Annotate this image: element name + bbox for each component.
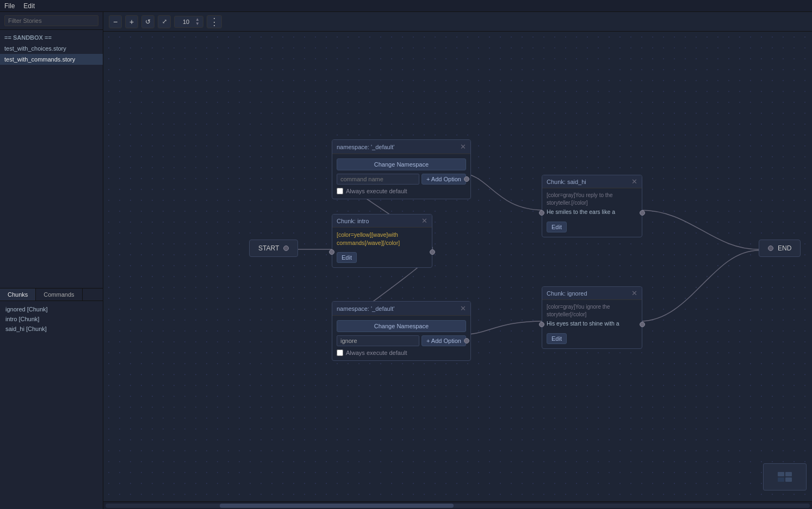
chunk-ignored-body: [color=gray]You ignore the storyteller[/… — [542, 300, 642, 331]
start-node-body[interactable]: START — [249, 240, 298, 257]
minimap-block-3 — [778, 477, 784, 482]
zoom-arrows: ▲▼ — [195, 17, 200, 26]
zoom-in-button[interactable]: + — [125, 15, 138, 28]
sidebar-upper: == SANDBOX == test_with_choices.story te… — [0, 30, 103, 67]
zoom-display: 10 ▲▼ — [174, 16, 203, 28]
namespace-2-body: Change Namespace + Add Option Always exe… — [332, 316, 470, 360]
scroll-thumb[interactable] — [220, 504, 454, 508]
sidebar-chunk-list: ignored [Chunk] intro [Chunk] said_hi [C… — [0, 301, 103, 337]
chunk-ignored-title: Chunk: ignored — [547, 290, 587, 297]
chunk-said-hi-close[interactable]: ✕ — [631, 177, 637, 186]
minimap-inner — [776, 470, 794, 484]
reset-button[interactable]: ↺ — [141, 15, 154, 28]
menu-edit[interactable]: Edit — [23, 2, 35, 10]
chunk-intro-content: [color=yellow][wave]with commands[/wave]… — [332, 228, 432, 267]
chunk-said-hi-node: Chunk: said_hi ✕ [color=gray]You reply t… — [542, 175, 642, 237]
namespace-2-checkbox-row: Always execute default — [337, 349, 466, 356]
menu-file[interactable]: File — [4, 2, 15, 10]
chunk-intro-left-port[interactable] — [329, 249, 334, 255]
chunk-said-hi-left-port[interactable] — [539, 210, 544, 216]
start-node: START — [249, 240, 298, 257]
chunk-ignored-header: Chunk: ignored ✕ — [542, 287, 642, 300]
chunk-ignored-close[interactable]: ✕ — [631, 289, 637, 297]
namespace-2-change-btn[interactable]: Change Namespace — [337, 320, 466, 332]
chunk-said-hi-title: Chunk: said_hi — [547, 179, 586, 185]
zoom-out-button[interactable]: − — [109, 15, 122, 28]
chunk-said-hi-right-port[interactable] — [640, 210, 645, 216]
namespace-1-title: namespace: '_default' — [337, 144, 394, 150]
minimap-block-2 — [785, 472, 792, 476]
minimap-block-1 — [778, 472, 784, 476]
zoom-input[interactable]: 10 — [178, 19, 194, 25]
namespace-2-close[interactable]: ✕ — [460, 304, 466, 312]
sandbox-section: == SANDBOX == — [0, 32, 103, 43]
namespace-2-checkbox-label: Always execute default — [346, 349, 407, 356]
chunk-intro-port-row: [color=yellow][wave]with commands[/wave]… — [332, 228, 432, 250]
main-layout: == SANDBOX == test_with_choices.story te… — [0, 12, 812, 509]
sidebar: == SANDBOX == test_with_choices.story te… — [0, 12, 103, 509]
start-label: START — [258, 244, 279, 252]
filter-input[interactable] — [4, 15, 98, 26]
namespace-2-title: namespace: '_default' — [337, 305, 394, 312]
chunk-intro-text: [color=yellow][wave]with commands[/wave]… — [337, 231, 400, 246]
chunk-ignored-left-port[interactable] — [539, 322, 544, 327]
namespace-1-body: Change Namespace + Add Option Always exe… — [332, 154, 470, 199]
namespace-1-checkbox-label: Always execute default — [346, 188, 407, 194]
chunk-intro-body: [color=yellow][wave]with commands[/wave]… — [332, 228, 432, 250]
namespace-2-right-port[interactable] — [464, 338, 469, 344]
scrollbar — [103, 501, 812, 509]
story-item-commands[interactable]: test_with_commands.story — [0, 54, 103, 65]
namespace-1-checkbox[interactable] — [337, 188, 343, 194]
chunk-ignored-right-port[interactable] — [640, 322, 645, 327]
end-node-body[interactable]: END — [759, 240, 801, 257]
chunk-intro-node: Chunk: intro ✕ [color=yellow][wave]with … — [332, 214, 432, 268]
filter-box — [0, 12, 103, 30]
chunk-ignored-node: Chunk: ignored ✕ [color=gray]You ignore … — [542, 286, 642, 349]
namespace-1-header: namespace: '_default' ✕ — [332, 140, 470, 154]
chunk-intro-right-port[interactable] — [430, 249, 435, 255]
chunk-item-ignored[interactable]: ignored [Chunk] — [0, 304, 103, 314]
chunk-said-hi-gray-text: [color=gray]You reply to the storyteller… — [547, 192, 637, 207]
canvas-area: − + ↺ ⤢ 10 ▲▼ ⋮ — [103, 12, 812, 509]
sidebar-bottom: Chunks Commands ignored [Chunk] intro [C… — [0, 288, 103, 510]
chunk-said-hi-body: [color=gray]You reply to the storyteller… — [542, 188, 642, 219]
canvas[interactable]: START END namespace: '_default' ✕ Change — [103, 32, 812, 501]
namespace-1-add-option[interactable]: + Add Option — [422, 174, 466, 185]
chunk-said-hi-edit-btn[interactable]: Edit — [547, 222, 567, 232]
namespace-1-change-btn[interactable]: Change Namespace — [337, 158, 466, 170]
namespace-2-checkbox[interactable] — [337, 349, 343, 356]
namespace-1-close[interactable]: ✕ — [460, 143, 466, 151]
chunk-said-hi-header: Chunk: said_hi ✕ — [542, 175, 642, 188]
end-input-port[interactable] — [768, 246, 773, 251]
end-label: END — [778, 244, 791, 252]
chunk-intro-title: Chunk: intro — [337, 218, 369, 224]
chunk-said-hi-content: [color=gray]You reply to the storyteller… — [542, 188, 642, 237]
minimap[interactable] — [763, 463, 807, 490]
chunk-ignored-content: [color=gray]You ignore the storyteller[/… — [542, 300, 642, 348]
layout-button[interactable]: ⋮ — [207, 15, 222, 28]
menubar: File Edit — [0, 0, 812, 12]
chunk-ignored-edit-btn[interactable]: Edit — [547, 333, 567, 344]
story-item-choices[interactable]: test_with_choices.story — [0, 43, 103, 54]
start-output-port[interactable] — [283, 246, 289, 251]
namespace-node-2: namespace: '_default' ✕ Change Namespace… — [332, 301, 471, 361]
namespace-2-command-input[interactable] — [337, 335, 419, 346]
chunk-ignored-main-text: His eyes start to shine with a — [547, 320, 637, 328]
chunk-intro-edit-btn[interactable]: Edit — [337, 252, 357, 263]
toolbar: − + ↺ ⤢ 10 ▲▼ ⋮ — [103, 12, 812, 32]
namespace-1-command-input[interactable] — [337, 174, 419, 185]
chunk-intro-close[interactable]: ✕ — [422, 217, 427, 225]
tab-chunks[interactable]: Chunks — [0, 289, 36, 301]
tab-commands[interactable]: Commands — [36, 289, 82, 301]
chunk-said-hi-main-text: He smiles to the ears like a — [547, 208, 637, 216]
namespace-2-header: namespace: '_default' ✕ — [332, 302, 470, 316]
namespace-2-option-row: + Add Option — [337, 335, 466, 346]
namespace-1-checkbox-row: Always execute default — [337, 188, 466, 194]
chunk-item-said-hi[interactable]: said_hi [Chunk] — [0, 324, 103, 334]
namespace-1-right-port[interactable] — [464, 176, 469, 182]
sidebar-tabs: Chunks Commands — [0, 289, 103, 301]
chunk-item-intro[interactable]: intro [Chunk] — [0, 314, 103, 324]
scroll-track[interactable] — [106, 504, 810, 508]
namespace-2-add-option[interactable]: + Add Option — [422, 335, 466, 346]
fit-button[interactable]: ⤢ — [158, 15, 171, 28]
